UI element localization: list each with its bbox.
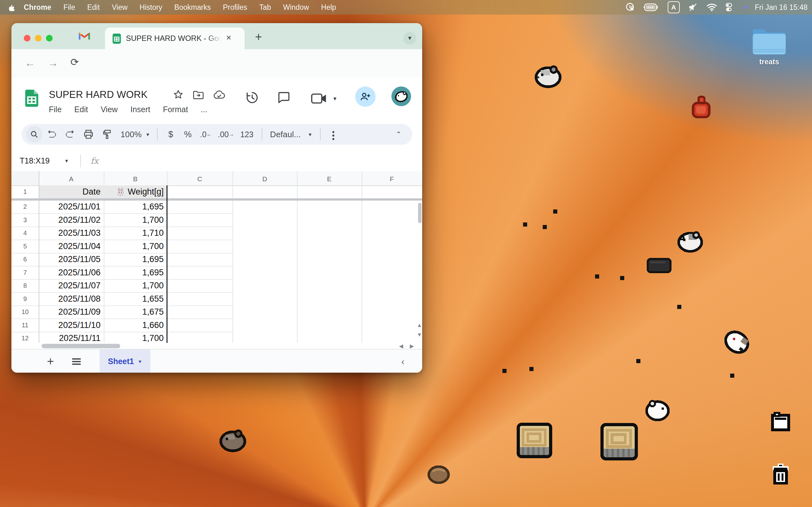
back-icon[interactable]: ← (25, 57, 36, 69)
close-window-button[interactable] (24, 35, 31, 42)
menubar-item-window[interactable]: Window (277, 3, 315, 12)
row-header-7[interactable]: 7 (11, 266, 39, 279)
row-header-5[interactable]: 5 (11, 239, 39, 253)
menu-view[interactable]: View (101, 105, 118, 114)
collapse-panel-icon[interactable]: ‹ (401, 356, 404, 367)
hamster-sprite[interactable] (644, 395, 671, 424)
column-header-C[interactable]: C (167, 173, 233, 185)
hay-block-sprite[interactable] (600, 422, 638, 461)
comments-icon[interactable] (277, 91, 291, 104)
menubar-clock[interactable]: Fri Jan 16 15:48 (755, 3, 808, 12)
column-header-A[interactable]: A (39, 173, 104, 185)
paint-format-icon[interactable] (98, 130, 116, 139)
nut-sprite[interactable] (426, 463, 451, 486)
menubar-item-profiles[interactable]: Profiles (217, 3, 253, 12)
row-header-3[interactable]: 3 (11, 213, 39, 227)
meet-dropdown-icon[interactable]: ▼ (333, 96, 338, 102)
row-header-10[interactable]: 10 (11, 305, 39, 319)
row-header-8[interactable]: 8 (11, 279, 39, 292)
format-currency-button[interactable]: $ (162, 130, 179, 139)
cell-A6[interactable]: 2025/11/05 (39, 253, 104, 266)
zoom-select[interactable]: 100%▼ (120, 130, 150, 139)
font-select[interactable]: Defaul...▼ (270, 130, 312, 139)
row-header-2[interactable]: 2 (11, 200, 39, 213)
doc-title[interactable]: SUPER HARD WORK (49, 89, 148, 101)
menubar-item-history[interactable]: History (134, 3, 168, 12)
hide-toolbar-icon[interactable]: ⌃ (396, 130, 402, 138)
menubar-item-file[interactable]: File (57, 3, 81, 12)
cell-B1[interactable]: Weight[g] (104, 185, 167, 199)
cell-A10[interactable]: 2025/11/09 (39, 305, 104, 319)
search-icon[interactable] (26, 126, 43, 143)
menubar-item-view[interactable]: View (106, 3, 134, 12)
cell-B11[interactable]: 1,660 (104, 319, 167, 332)
cell-A11[interactable]: 2025/11/10 (39, 319, 104, 332)
meet-camera-icon[interactable] (311, 93, 328, 104)
cell-B8[interactable]: 1,700 (104, 279, 167, 292)
reload-icon[interactable]: ⟳ (70, 56, 79, 68)
formula-input[interactable] (99, 151, 422, 171)
column-header-F[interactable]: F (362, 173, 422, 185)
menubar-app-name[interactable]: Chrome (18, 3, 57, 12)
all-sheets-icon[interactable] (72, 358, 81, 365)
toolbar-more-icon[interactable]: ••• (325, 128, 342, 141)
print-icon[interactable] (79, 130, 98, 139)
row-header-12[interactable]: 12 (11, 332, 39, 343)
mute-icon[interactable] (688, 3, 698, 12)
account-avatar[interactable] (392, 87, 411, 106)
cell-A9[interactable]: 2025/11/08 (39, 292, 104, 305)
forward-icon[interactable]: → (48, 57, 58, 69)
cell-A8[interactable]: 2025/11/07 (39, 279, 104, 292)
column-header-D[interactable]: D (233, 173, 297, 185)
input-source-icon[interactable]: A (668, 1, 680, 13)
decrease-decimal-button[interactable]: .0← (196, 130, 215, 139)
row-header-1[interactable]: 1 (11, 185, 39, 199)
tab-search-button[interactable]: ▼ (403, 32, 416, 45)
name-box[interactable]: T18:X19 (20, 156, 50, 165)
tab-close-icon[interactable]: × (226, 33, 231, 43)
cell-B7[interactable]: 1,695 (104, 266, 167, 279)
scroll-right-icon[interactable]: ▶ (410, 343, 414, 349)
cell-A2[interactable]: 2025/11/01 (39, 200, 104, 213)
scroll-up-icon[interactable]: ▲ (417, 323, 422, 328)
cell-B4[interactable]: 1,710 (104, 227, 167, 239)
cell-A4[interactable]: 2025/11/03 (39, 227, 104, 239)
row-header-4[interactable]: 4 (11, 227, 39, 239)
gmail-pinned-tab-icon[interactable] (79, 32, 90, 41)
horizontal-scrollbar-thumb[interactable] (42, 344, 120, 348)
cell-A5[interactable]: 2025/11/04 (39, 239, 104, 253)
apple-logo-icon[interactable] (8, 3, 14, 11)
active-tab[interactable]: SUPER HARD WORK - Google × (105, 27, 245, 49)
redo-icon[interactable]: ⮌ (61, 129, 79, 140)
cell-B2[interactable]: 1,695 (104, 200, 167, 213)
zoom-window-button[interactable] (46, 35, 53, 42)
new-tab-button[interactable]: + (255, 30, 262, 44)
star-doc-icon[interactable] (173, 90, 183, 100)
undo-icon[interactable]: ⮌ (43, 129, 61, 140)
row-header-11[interactable]: 11 (11, 319, 39, 332)
menubar-item-edit[interactable]: Edit (81, 3, 106, 12)
row-header-6[interactable]: 6 (11, 253, 39, 266)
hamster-sprite[interactable] (218, 427, 247, 452)
treat-bag-sprite[interactable] (689, 95, 713, 119)
column-header-E[interactable]: E (297, 173, 362, 185)
scroll-down-icon[interactable]: ▼ (417, 332, 422, 337)
cell-B6[interactable]: 1,695 (104, 253, 167, 266)
treats-folder[interactable]: treats (746, 26, 792, 66)
storage-box-icon[interactable] (770, 412, 791, 432)
cloud-saved-icon[interactable] (213, 90, 225, 100)
sheets-logo[interactable] (24, 88, 39, 109)
scroll-left-icon[interactable]: ◀ (399, 343, 403, 349)
minimize-window-button[interactable] (35, 35, 42, 42)
cell-A12[interactable]: 2025/11/11 (39, 332, 104, 343)
menu-file[interactable]: File (49, 105, 61, 114)
add-sheet-button[interactable]: + (47, 354, 54, 368)
vertical-scrollbar-thumb[interactable] (418, 203, 421, 223)
menu-insert[interactable]: Insert (131, 105, 150, 114)
sheet-tab-dropdown-icon[interactable]: ▼ (138, 359, 142, 364)
menu-overflow[interactable]: ... (201, 105, 207, 114)
version-history-icon[interactable] (246, 91, 259, 104)
hamster-sprite[interactable] (722, 327, 752, 356)
cell-A3[interactable]: 2025/11/02 (39, 213, 104, 227)
cell-B12[interactable]: 1,700 (104, 332, 167, 343)
